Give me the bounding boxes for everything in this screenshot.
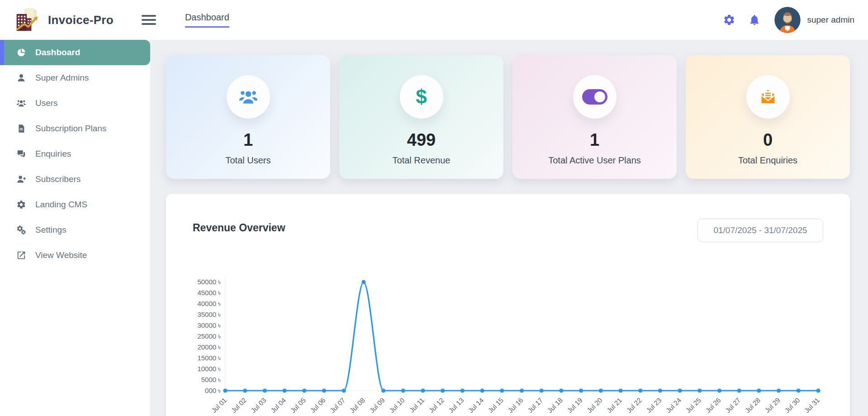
stat-label: Total Active User Plans	[512, 155, 677, 166]
svg-text:35000 ৳: 35000 ৳	[197, 311, 221, 318]
section-title: Revenue Overview	[193, 222, 285, 234]
stat-label: Total Enquiries	[686, 155, 850, 166]
svg-text:30000 ৳: 30000 ৳	[197, 321, 221, 329]
stat-cards-row: 1 Total Users $ 499 Total Revenue 1 Tota…	[166, 55, 850, 179]
svg-text:Jul 08: Jul 08	[348, 396, 366, 414]
svg-text:Jul 30: Jul 30	[783, 396, 801, 414]
stat-card-total-enquiries: 0 Total Enquiries	[686, 55, 850, 179]
sidebar-item-label: Enquiries	[35, 149, 71, 159]
svg-text:Jul 16: Jul 16	[506, 396, 524, 414]
svg-text:45000 ৳: 45000 ৳	[197, 289, 221, 296]
svg-text:Jul 11: Jul 11	[408, 396, 426, 414]
svg-text:Jul 20: Jul 20	[585, 396, 603, 414]
stat-card-total-revenue: $ 499 Total Revenue	[339, 55, 503, 179]
sidebar-item-label: Super Admins	[35, 73, 89, 83]
svg-text:Jul 06: Jul 06	[308, 396, 327, 414]
sidebar-item-settings[interactable]: Settings	[0, 217, 150, 243]
stat-value: 0	[686, 130, 850, 150]
sidebar-item-label: Settings	[35, 225, 66, 235]
main-content: 1 Total Users $ 499 Total Revenue 1 Tota…	[150, 40, 868, 416]
svg-text:20000 ৳: 20000 ৳	[197, 343, 221, 351]
pie-chart-icon	[16, 48, 26, 57]
svg-text:Jul 23: Jul 23	[645, 396, 663, 414]
stat-icon-circle: $	[400, 75, 443, 119]
svg-text:Jul 05: Jul 05	[289, 396, 307, 414]
stat-value: 499	[339, 130, 503, 150]
sidebar-item-label: Landing CMS	[35, 200, 87, 210]
sidebar-item-users[interactable]: Users	[0, 91, 150, 116]
user-name[interactable]: super admin	[807, 15, 854, 25]
breadcrumb[interactable]: Dashboard	[185, 12, 229, 28]
sidebar-item-subscription-plans[interactable]: Subscription Plans	[0, 116, 150, 141]
svg-text:5000 ৳: 5000 ৳	[201, 376, 221, 383]
svg-text:Jul 26: Jul 26	[704, 396, 722, 414]
svg-text:Jul 15: Jul 15	[487, 396, 505, 414]
open-envelope-icon	[758, 87, 778, 107]
chat-icon	[16, 149, 26, 159]
svg-text:Jul 19: Jul 19	[565, 396, 583, 414]
sidebar-item-label: View Website	[35, 250, 87, 260]
svg-text:Jul 24: Jul 24	[664, 396, 683, 414]
sidebar-item-subscribers[interactable]: Subscribers	[0, 167, 150, 192]
sidebar-item-super-admins[interactable]: Super Admins	[0, 65, 150, 91]
user-avatar[interactable]	[774, 7, 801, 33]
svg-text:Jul 02: Jul 02	[229, 396, 247, 414]
revenue-overview-card: Revenue Overview 50000 ৳45000 ৳40000 ৳35…	[166, 194, 850, 416]
svg-text:Jul 09: Jul 09	[368, 396, 386, 414]
svg-text:Jul 31: Jul 31	[803, 396, 821, 414]
svg-text:10000 ৳: 10000 ৳	[197, 365, 221, 373]
svg-text:Jul 27: Jul 27	[724, 396, 742, 414]
svg-text:15000 ৳: 15000 ৳	[197, 354, 221, 362]
svg-text:Jul 01: Jul 01	[210, 396, 228, 414]
sidebar-item-label: Users	[35, 98, 58, 108]
svg-text:Jul 10: Jul 10	[388, 396, 406, 414]
stat-value: 1	[166, 130, 330, 150]
hamburger-menu-icon[interactable]	[142, 13, 156, 27]
top-bar: Invoice-Pro Dashboard super admin	[0, 0, 868, 40]
stat-label: Total Users	[166, 155, 330, 166]
svg-text:000 ৳: 000 ৳	[205, 387, 221, 394]
sidebar-item-landing-cms[interactable]: Landing CMS	[0, 192, 150, 217]
stat-label: Total Revenue	[339, 155, 503, 166]
stat-icon-circle	[573, 75, 617, 119]
stat-value: 1	[512, 130, 677, 150]
svg-text:Jul 14: Jul 14	[467, 396, 485, 414]
gear-icon	[16, 200, 26, 210]
svg-text:Jul 04: Jul 04	[269, 396, 287, 414]
svg-text:Jul 28: Jul 28	[744, 396, 762, 414]
svg-text:Jul 25: Jul 25	[684, 396, 702, 414]
external-link-icon	[16, 250, 26, 260]
sidebar-item-label: Dashboard	[35, 48, 80, 57]
stat-icon-circle	[746, 75, 790, 119]
svg-text:Jul 07: Jul 07	[328, 396, 346, 414]
sidebar-item-enquiries[interactable]: Enquiries	[0, 141, 150, 167]
sidebar: Dashboard Super Admins Users Subscriptio…	[0, 40, 150, 416]
svg-text:Jul 03: Jul 03	[249, 396, 267, 414]
document-icon	[16, 124, 26, 134]
sidebar-item-dashboard[interactable]: Dashboard	[0, 40, 150, 65]
app-logo-icon	[14, 7, 42, 33]
date-range-input[interactable]	[697, 219, 823, 242]
svg-text:Jul 12: Jul 12	[427, 396, 445, 414]
svg-text:Jul 21: Jul 21	[605, 396, 623, 414]
revenue-chart: 50000 ৳45000 ৳40000 ৳35000 ৳30000 ৳25000…	[166, 271, 850, 416]
svg-text:Jul 18: Jul 18	[546, 396, 564, 414]
person-icon	[16, 73, 26, 83]
sidebar-item-view-website[interactable]: View Website	[0, 243, 150, 268]
sidebar-item-label: Subscribers	[35, 174, 81, 184]
dashboard-page: Invoice-Pro Dashboard super admin Dashbo…	[0, 0, 868, 416]
svg-text:Jul 13: Jul 13	[447, 396, 465, 414]
double-gear-icon	[16, 225, 26, 235]
notifications-bell-icon[interactable]	[748, 14, 761, 26]
svg-text:Jul 17: Jul 17	[526, 396, 544, 414]
person-add-icon	[16, 174, 26, 184]
users-group-icon	[238, 87, 258, 107]
sidebar-item-label: Subscription Plans	[35, 124, 106, 134]
svg-text:Jul 29: Jul 29	[763, 396, 781, 414]
app-title: Invoice-Pro	[48, 13, 114, 27]
toggle-icon	[582, 89, 607, 105]
settings-gear-icon[interactable]	[723, 14, 735, 26]
dollar-icon: $	[416, 87, 427, 107]
stat-card-total-users: 1 Total Users	[166, 55, 330, 179]
svg-text:Jul 22: Jul 22	[625, 396, 643, 414]
